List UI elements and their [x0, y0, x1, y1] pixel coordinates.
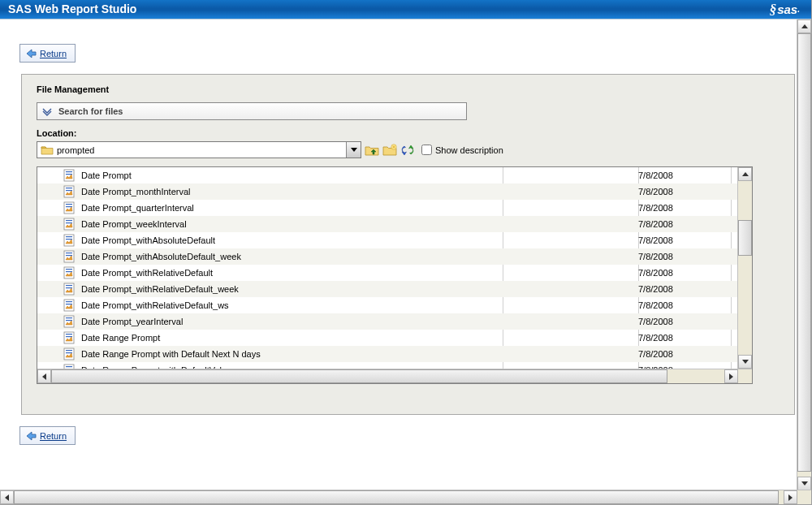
file-row[interactable]: Date Range Prompt with Default Next N da…: [37, 346, 737, 362]
title-bar: SAS Web Report Studio §sas.: [0, 0, 811, 19]
file-row[interactable]: Date Prompt_withAbsoluteDefault7/8/2008: [37, 232, 737, 248]
file-date: 7/8/2008: [638, 187, 728, 196]
app-title: SAS Web Report Studio: [8, 2, 136, 15]
file-name: Date Prompt_withRelativeDefault: [80, 268, 500, 278]
grid-vscroll-down[interactable]: [738, 355, 752, 369]
new-folder-button[interactable]: [382, 143, 397, 158]
dropdown-arrow-icon[interactable]: [346, 142, 361, 158]
file-name: Date Prompt_weekInterval: [80, 219, 500, 229]
location-value: prompted: [57, 145, 346, 155]
file-row[interactable]: Date Prompt_withRelativeDefault_ws7/8/20…: [37, 297, 737, 313]
report-icon: [37, 266, 80, 279]
location-label: Location:: [37, 128, 783, 138]
svg-rect-14: [66, 236, 72, 237]
window-vscroll-up[interactable]: [797, 19, 811, 33]
file-name: Date Prompt_quarterInterval: [80, 203, 500, 213]
location-dropdown[interactable]: prompted: [37, 141, 361, 158]
folder-icon: [41, 145, 54, 156]
up-folder-button[interactable]: [365, 143, 379, 158]
file-name: Date Prompt_withRelativeDefault_ws: [80, 300, 500, 310]
file-row[interactable]: Date Prompt_quarterInterval7/8/2008: [37, 200, 737, 216]
file-date: 7/8/2008: [638, 170, 728, 180]
file-date: 7/8/2008: [638, 333, 728, 343]
file-name: Date Range Prompt with Default Next N da…: [80, 349, 500, 359]
report-icon: [37, 283, 80, 296]
report-icon: [37, 234, 80, 247]
report-icon: [37, 364, 80, 369]
grid-hscroll-right[interactable]: [724, 369, 738, 383]
file-name: Date Range Prompt with DefaultVal: [80, 365, 500, 369]
file-name: Date Prompt_monthInterval: [80, 187, 500, 196]
file-row[interactable]: Date Prompt_withRelativeDefault_week7/8/…: [37, 281, 737, 297]
report-icon: [37, 201, 80, 214]
file-row[interactable]: Date Prompt7/8/2008: [37, 167, 737, 183]
file-row[interactable]: Date Prompt_yearInterval7/8/2008: [37, 313, 737, 330]
window-vscrollbar[interactable]: [797, 19, 811, 490]
report-icon: [37, 347, 80, 360]
file-date: 7/8/2008: [638, 235, 728, 245]
svg-rect-11: [66, 220, 72, 221]
file-date: 7/8/2008: [638, 300, 728, 310]
window-vscroll-thumb[interactable]: [797, 33, 811, 472]
sas-logo: §sas.: [770, 0, 800, 19]
svg-rect-5: [66, 188, 72, 188]
file-date: 7/8/2008: [638, 252, 728, 261]
svg-rect-17: [66, 252, 72, 253]
return-button-top[interactable]: Return: [19, 44, 76, 63]
file-row[interactable]: Date Prompt_withAbsoluteDefault_week7/8/…: [37, 248, 737, 265]
file-name: Date Prompt_withRelativeDefault_week: [80, 284, 500, 294]
window-hscroll-right[interactable]: [784, 490, 797, 504]
grid-vscroll-thumb[interactable]: [738, 220, 752, 256]
svg-rect-23: [66, 285, 72, 286]
return-label: Return: [40, 431, 67, 441]
file-date: 7/8/2008: [638, 365, 728, 369]
file-row[interactable]: Date Prompt_weekInterval7/8/2008: [37, 216, 737, 232]
file-name: Date Prompt: [80, 170, 500, 180]
report-icon: [37, 185, 80, 198]
svg-rect-29: [66, 317, 72, 318]
report-icon: [37, 331, 80, 344]
file-row[interactable]: Date Prompt_withRelativeDefault7/8/2008: [37, 265, 737, 281]
grid-vscroll-up[interactable]: [738, 167, 752, 181]
show-description-toggle[interactable]: Show description: [421, 145, 503, 155]
window-vscroll-down[interactable]: [797, 477, 811, 490]
grid-hscrollbar[interactable]: [37, 369, 752, 383]
report-icon: [37, 169, 80, 182]
svg-rect-26: [66, 301, 72, 302]
file-row[interactable]: Date Prompt_monthInterval7/8/2008: [37, 183, 737, 200]
search-label: Search for files: [58, 106, 123, 116]
window-hscroll-thumb[interactable]: [14, 490, 779, 504]
file-date: 7/8/2008: [638, 284, 728, 294]
file-date: 7/8/2008: [638, 219, 728, 229]
file-date: 7/8/2008: [638, 349, 728, 359]
file-date: 7/8/2008: [638, 203, 728, 213]
svg-rect-32: [66, 334, 72, 335]
svg-rect-20: [66, 269, 72, 270]
file-row[interactable]: Date Range Prompt with DefaultVal7/8/200…: [37, 362, 737, 369]
show-description-label: Show description: [435, 145, 503, 155]
report-icon: [37, 218, 80, 231]
svg-rect-2: [66, 171, 72, 172]
panel-title: File Management: [37, 84, 783, 94]
return-label: Return: [40, 49, 67, 58]
window-hscrollbar[interactable]: [0, 490, 811, 504]
report-icon: [37, 250, 80, 263]
file-name: Date Prompt_withAbsoluteDefault: [80, 235, 500, 245]
grid-hscroll-left[interactable]: [37, 369, 51, 383]
return-arrow-icon: [25, 430, 37, 442]
grid-hscroll-thumb[interactable]: [51, 369, 667, 383]
refresh-button[interactable]: [400, 143, 415, 158]
svg-rect-8: [66, 204, 72, 205]
grid-vscrollbar[interactable]: [737, 167, 752, 369]
file-grid: Date Prompt7/8/2008Date Prompt_monthInte…: [37, 166, 753, 384]
search-for-files-bar[interactable]: Search for files: [37, 102, 467, 120]
chevron-down-icon: [42, 106, 52, 116]
show-description-checkbox[interactable]: [421, 145, 432, 155]
return-arrow-icon: [25, 48, 37, 59]
file-date: 7/8/2008: [638, 317, 728, 326]
return-button-bottom[interactable]: Return: [19, 426, 76, 445]
report-icon: [37, 315, 80, 328]
file-name: Date Range Prompt: [80, 333, 500, 343]
window-hscroll-left[interactable]: [0, 490, 14, 504]
file-row[interactable]: Date Range Prompt7/8/2008: [37, 330, 737, 346]
